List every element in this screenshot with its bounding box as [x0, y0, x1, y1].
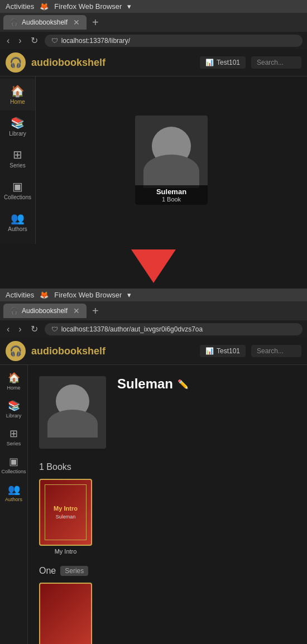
- library-badge-1[interactable]: 📊 Test101: [200, 56, 246, 69]
- address-bar-2: ‹ › ↻ 🛡 localhost:13378/author/aut_ixvgs…: [0, 320, 307, 338]
- app-logo-2: 🎧: [6, 341, 26, 361]
- book-title-1: My Intro: [54, 505, 78, 512]
- sidebar-item-collections-1[interactable]: ▣ Collections: [0, 174, 35, 206]
- sidebar-label-series-1: Series: [9, 162, 25, 169]
- sidebar2-item-series[interactable]: ⊞ Series: [0, 423, 27, 451]
- collections-icon-1: ▣: [12, 180, 23, 193]
- series-badge: Series: [60, 566, 88, 576]
- new-tab-button-1[interactable]: +: [89, 16, 102, 29]
- sidebar2-label-series: Series: [7, 441, 21, 446]
- firefox-icon-1: 🦊: [40, 2, 49, 11]
- author-book-count-1: 1 Book: [137, 196, 205, 203]
- search-placeholder-2: Search...: [257, 347, 284, 355]
- tab-label-2: Audiobookshelf: [22, 307, 68, 315]
- series-icon-2: ⊞: [9, 427, 18, 440]
- reload-button-1[interactable]: ↻: [28, 34, 40, 47]
- sidebar-label-library-1: Library: [9, 131, 26, 137]
- sidebar2-label-collections: Collections: [1, 469, 26, 474]
- app-title-1: audiobookshelf: [31, 57, 194, 69]
- active-tab-2[interactable]: 🎧 Audiobookshelf ✕: [3, 304, 87, 318]
- app-logo-1: 🎧: [6, 52, 26, 73]
- reload-button-2[interactable]: ↻: [28, 323, 40, 335]
- author-card-1[interactable]: Suleman 1 Book: [135, 116, 208, 205]
- book-label-1: My Intro: [39, 548, 92, 555]
- author-label-1: Suleman 1 Book: [135, 185, 208, 205]
- sidebar-item-series-1[interactable]: ⊞ Series: [0, 142, 35, 174]
- books-count-label: 1 Books: [39, 462, 296, 472]
- tab-close-2[interactable]: ✕: [73, 306, 80, 315]
- authors-icon-1: 👥: [11, 212, 25, 225]
- search-box-1[interactable]: Search...: [251, 56, 301, 69]
- sidebar2-label-authors: Authors: [5, 497, 22, 502]
- library-icon-2: 📊: [205, 347, 214, 355]
- sidebar2-item-collections[interactable]: ▣ Collections: [0, 451, 27, 479]
- library-label-2: Test101: [217, 347, 240, 355]
- sidebar-2: 🏠 Home 📚 Library ⊞ Series ▣ Collections …: [0, 365, 28, 644]
- firefox-label-2: Firefox Web Browser: [54, 291, 122, 299]
- author-detail-page: 🏠 Home 📚 Library ⊞ Series ▣ Collections …: [0, 365, 307, 644]
- url-box-2[interactable]: 🛡 localhost:13378/author/aut_ixvgsr0i6g0…: [45, 323, 303, 335]
- url-text-1: localhost:13378/library/: [61, 37, 130, 45]
- sidebar-item-library-1[interactable]: 📚 Library: [0, 110, 35, 142]
- avatar2-body: [47, 410, 98, 438]
- search-box-2[interactable]: Search...: [251, 345, 301, 357]
- series-book-card-1[interactable]: [39, 583, 92, 644]
- author-header: Suleman ✏️: [39, 376, 296, 449]
- author-name-text: Suleman: [117, 376, 173, 392]
- activities-label-1[interactable]: Activities: [6, 2, 34, 11]
- sidebar-item-authors-1[interactable]: 👥 Authors: [0, 206, 35, 238]
- sidebar2-item-authors[interactable]: 👥 Authors: [0, 479, 27, 507]
- series-name: One: [39, 566, 56, 576]
- home-icon-1: 🏠: [11, 84, 25, 98]
- main-content-1: Suleman 1 Book: [36, 76, 307, 244]
- edit-author-icon[interactable]: ✏️: [178, 379, 189, 390]
- firefox-label-1: Firefox Web Browser: [54, 2, 122, 11]
- series-icon-1: ⊞: [13, 148, 22, 161]
- back-button-2[interactable]: ‹: [4, 323, 12, 335]
- url-box-1[interactable]: 🛡 localhost:13378/library/: [45, 35, 303, 47]
- sidebar-label-authors-1: Authors: [8, 226, 27, 232]
- active-tab-1[interactable]: 🎧 Audiobookshelf ✕: [3, 15, 87, 30]
- os-bar-2: Activities 🦊 Firefox Web Browser ▾: [0, 289, 307, 301]
- sidebar2-item-home[interactable]: 🏠 Home: [0, 367, 27, 395]
- sidebar2-label-home: Home: [7, 385, 20, 391]
- library-label-1: Test101: [217, 59, 240, 66]
- activities-label-2[interactable]: Activities: [6, 291, 34, 299]
- home-icon-2: 🏠: [8, 372, 20, 384]
- author-name-card-1: Suleman: [137, 188, 205, 196]
- library-badge-2[interactable]: 📊 Test101: [200, 345, 246, 357]
- author-name-section: Suleman ✏️: [117, 376, 189, 392]
- series-section: One Series: [39, 566, 296, 644]
- collections-icon-2: ▣: [9, 455, 18, 468]
- sidebar-label-collections-1: Collections: [4, 194, 31, 200]
- dropdown-arrow-1[interactable]: ▾: [127, 2, 131, 11]
- book-card-1[interactable]: My Intro Suleman My Intro: [39, 479, 92, 555]
- sidebar-item-home-1[interactable]: 🏠 Home: [0, 79, 35, 110]
- sidebar-1: 🏠 Home 📚 Library ⊞ Series ▣ Collections …: [0, 76, 36, 244]
- sidebar2-item-library[interactable]: 📚 Library: [0, 395, 27, 423]
- book-author-1: Suleman: [56, 514, 76, 520]
- series-header: One Series: [39, 566, 296, 576]
- author-avatar-1: Suleman 1 Book: [135, 116, 208, 205]
- down-arrow-icon: [131, 249, 176, 283]
- sidebar-label-home-1: Home: [10, 99, 25, 105]
- detail-content: Suleman ✏️ 1 Books My Intro Suleman My I…: [28, 365, 307, 644]
- os-bar-1: Activities 🦊 Firefox Web Browser ▾: [0, 0, 307, 13]
- series-book-cover-1: [39, 583, 92, 644]
- sidebar2-label-library: Library: [6, 413, 22, 419]
- search-placeholder-1: Search...: [257, 59, 284, 66]
- author-name-display: Suleman ✏️: [117, 376, 189, 392]
- arrow-section: [0, 244, 307, 289]
- tab-favicon-1: 🎧: [10, 18, 18, 26]
- book-cover-1: My Intro Suleman: [39, 479, 92, 546]
- forward-button-1[interactable]: ›: [16, 35, 23, 47]
- forward-button-2[interactable]: ›: [16, 323, 23, 335]
- tab-close-1[interactable]: ✕: [73, 18, 80, 27]
- tab-bar-2: 🎧 Audiobookshelf ✕ +: [0, 301, 307, 320]
- back-button-1[interactable]: ‹: [4, 35, 12, 47]
- library-icon-nav-2: 📚: [8, 400, 20, 412]
- book-cover-inner-1: My Intro Suleman: [45, 484, 87, 540]
- new-tab-button-2[interactable]: +: [89, 305, 102, 318]
- dropdown-arrow-2[interactable]: ▾: [127, 291, 131, 299]
- library-icon-nav-1: 📚: [11, 116, 25, 129]
